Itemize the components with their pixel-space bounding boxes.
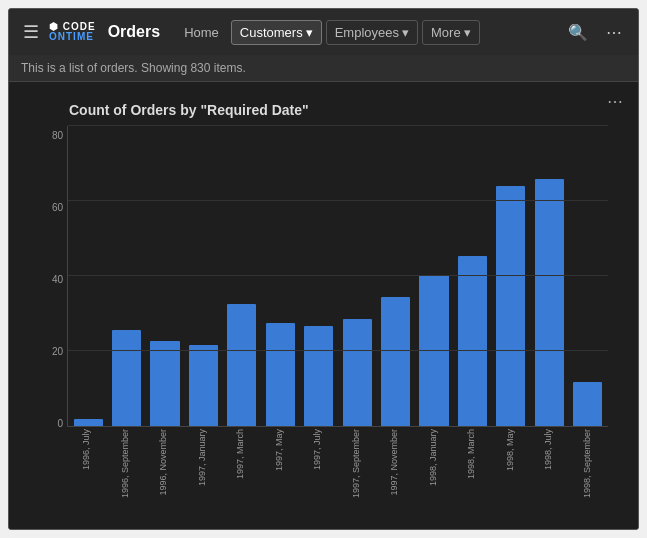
bar-col (339, 131, 375, 426)
bar (189, 345, 218, 426)
x-label: 1998, September (583, 429, 593, 498)
bar (419, 275, 448, 426)
bar (150, 341, 179, 426)
x-label-col: 1997, November (377, 429, 414, 509)
x-label: 1997, July (313, 429, 323, 470)
x-label-col: 1997, March (223, 429, 260, 509)
bar-col (224, 131, 260, 426)
x-label: 1997, March (236, 429, 246, 479)
chevron-down-icon: ▾ (402, 25, 409, 40)
page-title: Orders (108, 23, 160, 41)
y-axis: 0 20 40 60 80 (39, 126, 67, 509)
logo-bottom: ONTIME (49, 32, 96, 42)
y-label-60: 60 (39, 203, 67, 213)
logo: ⬢ CODE ONTIME (49, 22, 96, 42)
app-window: ☰ ⬢ CODE ONTIME Orders Home Customers ▾ … (8, 8, 639, 530)
bar-col (416, 131, 452, 426)
nav-more[interactable]: More ▾ (422, 20, 480, 45)
x-label-col: 1997, September (339, 429, 376, 509)
bar (112, 330, 141, 426)
x-label: 1998, July (544, 429, 554, 470)
search-button[interactable]: 🔍 (562, 16, 594, 48)
x-label: 1998, January (429, 429, 439, 486)
bar-col (377, 131, 413, 426)
chart-options-button[interactable]: ⋯ (602, 90, 628, 113)
x-label: 1997, November (390, 429, 400, 496)
x-label-col: 1998, September (570, 429, 607, 509)
chart-area: 0 20 40 60 80 (39, 126, 608, 509)
chart-plot: 1996, July1996, September1996, November1… (67, 126, 608, 509)
chevron-down-icon: ▾ (464, 25, 471, 40)
bars-area (67, 126, 608, 427)
bar (74, 419, 103, 426)
status-bar: This is a list of orders. Showing 830 it… (9, 55, 638, 82)
x-label-col: 1997, January (185, 429, 222, 509)
more-icon: ⋯ (606, 23, 622, 42)
x-label-col: 1996, November (146, 429, 183, 509)
bar (227, 304, 256, 426)
bar-col (185, 131, 221, 426)
y-label-80: 80 (39, 131, 67, 141)
bar-col (454, 131, 490, 426)
bar-col (569, 131, 605, 426)
x-label-col: 1996, July (69, 429, 106, 509)
bar-col (108, 131, 144, 426)
bar-col (301, 131, 337, 426)
x-label-col: 1997, July (300, 429, 337, 509)
bar-col (531, 131, 567, 426)
bar-col (147, 131, 183, 426)
chart-container: Count of Orders by "Required Date" 0 20 … (19, 92, 628, 519)
y-label-0: 0 (39, 419, 67, 429)
main-content: ⋯ Count of Orders by "Required Date" 0 2… (9, 82, 638, 529)
x-label-col: 1997, May (262, 429, 299, 509)
bar (381, 297, 410, 426)
x-label: 1997, January (198, 429, 208, 486)
status-text: This is a list of orders. Showing 830 it… (21, 61, 246, 75)
bar-col (70, 131, 106, 426)
x-label: 1997, September (352, 429, 362, 498)
nav-home[interactable]: Home (176, 21, 227, 44)
nav-customers[interactable]: Customers ▾ (231, 20, 322, 45)
bar (343, 319, 372, 426)
y-label-20: 20 (39, 347, 67, 357)
nav-employees[interactable]: Employees ▾ (326, 20, 418, 45)
x-labels: 1996, July1996, September1996, November1… (67, 429, 608, 509)
x-label: 1997, May (275, 429, 285, 471)
hamburger-button[interactable]: ☰ (17, 17, 45, 47)
bar (304, 326, 333, 426)
y-label-40: 40 (39, 275, 67, 285)
bar-col (493, 131, 529, 426)
bar (458, 256, 487, 426)
search-icon: 🔍 (568, 23, 588, 42)
more-options-button[interactable]: ⋯ (598, 16, 630, 48)
navbar: ☰ ⬢ CODE ONTIME Orders Home Customers ▾ … (9, 9, 638, 55)
bar (535, 179, 564, 426)
bar-col (262, 131, 298, 426)
chevron-down-icon: ▾ (306, 25, 313, 40)
x-label-col: 1998, May (493, 429, 530, 509)
bar (496, 186, 525, 426)
chart-title: Count of Orders by "Required Date" (69, 102, 608, 118)
x-label-col: 1998, March (454, 429, 491, 509)
x-label: 1996, July (82, 429, 92, 470)
bar (573, 382, 602, 426)
bar (266, 323, 295, 426)
x-label-col: 1998, January (416, 429, 453, 509)
x-label-col: 1998, July (531, 429, 568, 509)
x-label: 1996, September (121, 429, 131, 498)
x-label: 1996, November (159, 429, 169, 496)
x-label-col: 1996, September (108, 429, 145, 509)
x-label: 1998, May (506, 429, 516, 471)
x-label: 1998, March (467, 429, 477, 479)
